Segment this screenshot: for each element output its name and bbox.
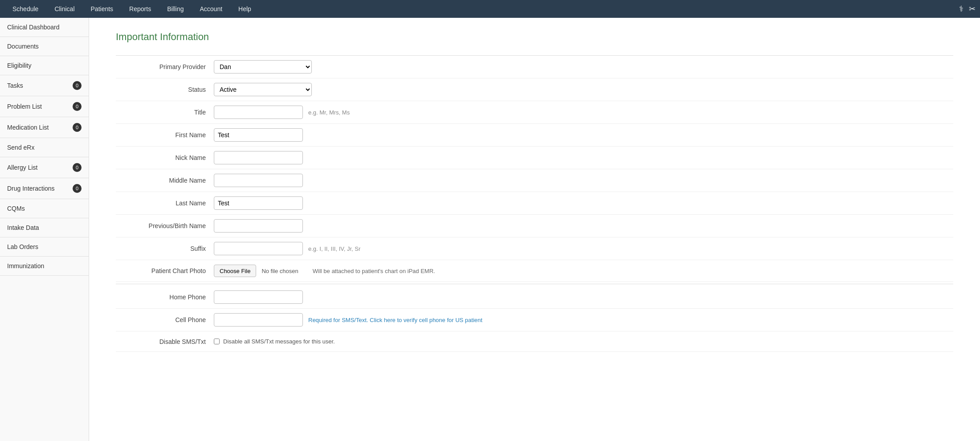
first-name-row: First Name [116,124,953,147]
middle-name-input[interactable] [214,174,303,187]
last-name-row: Last Name [116,192,953,215]
nick-name-label: Nick Name [116,154,214,161]
cell-phone-verify-link[interactable]: Required for SMS/Text. Click here to ver… [308,317,482,323]
cell-phone-row: Cell Phone Required for SMS/Text. Click … [116,309,953,331]
sidebar-item-send-erx[interactable]: Send eRx [0,138,89,157]
status-label: Status [116,86,214,93]
nav-patients[interactable]: Patients [83,0,122,18]
scissors-icon[interactable]: ✂ [969,4,976,14]
sidebar-item-clinical-dashboard[interactable]: Clinical Dashboard [0,18,89,37]
sidebar: Clinical Dashboard Documents Eligibility… [0,18,89,441]
previous-birth-name-label: Previous/Birth Name [116,222,214,229]
previous-birth-name-input[interactable] [214,219,303,233]
previous-birth-name-row: Previous/Birth Name [116,215,953,237]
nav-schedule[interactable]: Schedule [4,0,46,18]
home-phone-label: Home Phone [116,294,214,301]
choose-file-button[interactable]: Choose File [214,265,256,277]
sidebar-item-allergy-list[interactable]: Allergy List 0 [0,157,89,178]
disable-sms-checkbox-label[interactable]: Disable all SMS/Txt messages for this us… [214,338,335,345]
sidebar-item-tasks[interactable]: Tasks 0 [0,75,89,96]
sidebar-item-problem-list[interactable]: Problem List 0 [0,96,89,117]
disable-sms-checkbox[interactable] [214,339,220,344]
sidebar-item-immunization[interactable]: Immunization [0,257,89,276]
sidebar-item-medication-list[interactable]: Medication List 0 [0,117,89,138]
caduceus-icon[interactable]: ⚕ [959,4,964,14]
first-name-input[interactable] [214,128,303,142]
medication-list-badge: 0 [73,123,82,132]
primary-provider-label: Primary Provider [116,63,214,70]
suffix-row: Suffix e.g. I, II, III, IV, Jr, Sr [116,237,953,260]
sidebar-item-intake-data[interactable]: Intake Data [0,218,89,237]
cell-phone-label: Cell Phone [116,316,214,323]
drug-interactions-badge: 0 [73,184,82,193]
nav-account[interactable]: Account [192,0,231,18]
patient-chart-photo-row: Patient Chart Photo Choose File No file … [116,260,953,282]
main-layout: Clinical Dashboard Documents Eligibility… [0,18,980,441]
primary-provider-select[interactable]: Dan [214,60,312,74]
status-row: Status Active Inactive [116,78,953,101]
sidebar-item-documents[interactable]: Documents [0,37,89,56]
status-select[interactable]: Active Inactive [214,83,312,96]
nick-name-input[interactable] [214,151,303,164]
suffix-label: Suffix [116,245,214,252]
first-name-label: First Name [116,131,214,139]
sidebar-item-lab-orders[interactable]: Lab Orders ◀ [0,237,89,257]
top-navigation: Schedule Clinical Patients Reports Billi… [0,0,980,18]
title-input[interactable] [214,106,303,119]
suffix-hint: e.g. I, II, III, IV, Jr, Sr [308,245,360,252]
sidebar-item-drug-interactions[interactable]: Drug Interactions 0 [0,178,89,199]
disable-sms-text: Disable all SMS/Txt messages for this us… [223,338,335,345]
last-name-label: Last Name [116,200,214,207]
nav-billing[interactable]: Billing [159,0,192,18]
home-phone-row: Home Phone [116,286,953,309]
cell-phone-input[interactable] [214,313,303,327]
title-label: Title [116,109,214,116]
form-divider [116,284,953,284]
last-name-input[interactable] [214,196,303,210]
nav-clinical[interactable]: Clinical [46,0,82,18]
home-phone-input[interactable] [214,290,303,304]
nick-name-row: Nick Name [116,147,953,169]
sidebar-item-cqms[interactable]: CQMs [0,199,89,218]
form-section: Primary Provider Dan Status Active Inact… [116,55,953,352]
disable-sms-label: Disable SMS/Txt [116,338,214,345]
main-content: Important Information Primary Provider D… [89,18,980,441]
nav-reports[interactable]: Reports [121,0,159,18]
title-hint: e.g. Mr, Mrs, Ms [308,109,350,116]
allergy-list-badge: 0 [73,163,82,172]
tasks-badge: 0 [73,81,82,90]
nav-help[interactable]: Help [230,0,259,18]
primary-provider-row: Primary Provider Dan [116,56,953,78]
middle-name-label: Middle Name [116,177,214,184]
section-title: Important Information [116,31,953,43]
sidebar-item-eligibility[interactable]: Eligibility [0,56,89,75]
middle-name-row: Middle Name [116,169,953,192]
patient-chart-photo-label: Patient Chart Photo [116,267,214,274]
no-file-text: No file chosen [261,268,298,274]
file-hint: Will be attached to patient's chart on i… [313,268,435,274]
suffix-input[interactable] [214,242,303,255]
disable-sms-row: Disable SMS/Txt Disable all SMS/Txt mess… [116,331,953,352]
problem-list-badge: 0 [73,102,82,111]
nav-icons: ⚕ ✂ [959,4,976,14]
title-row: Title e.g. Mr, Mrs, Ms [116,101,953,124]
